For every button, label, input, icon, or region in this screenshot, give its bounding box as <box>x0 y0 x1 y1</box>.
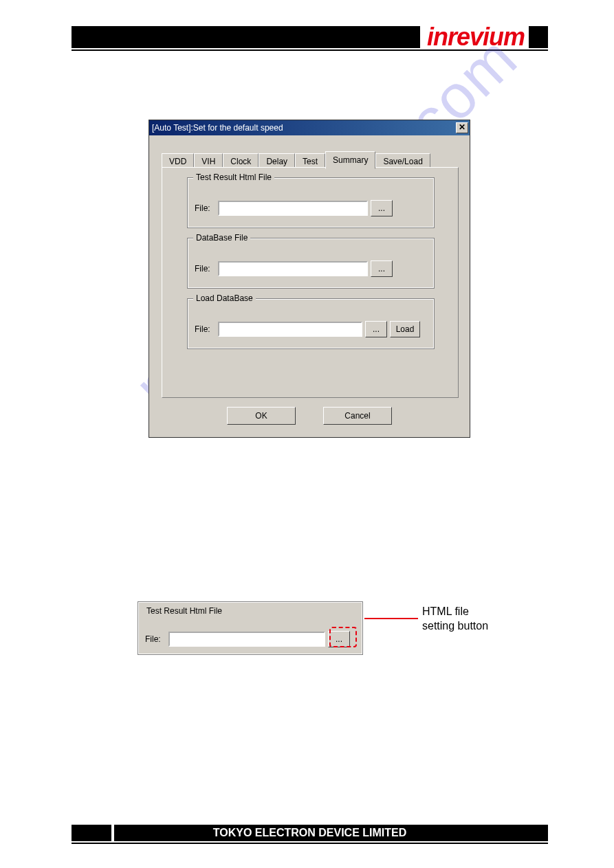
page-footer: TOKYO ELECTRON DEVICE LIMITED <box>72 825 548 841</box>
callout-browse-button[interactable]: ... <box>328 631 350 647</box>
html-file-input[interactable] <box>218 201 368 216</box>
load-db-browse-button[interactable]: ... <box>365 321 387 337</box>
header-underline <box>72 49 548 51</box>
page-header: inrevium <box>72 26 548 48</box>
file-label: File: <box>195 203 215 213</box>
group-legend: Test Result Html File <box>144 606 225 616</box>
ok-button[interactable]: OK <box>227 407 296 425</box>
callout-leader-line <box>364 618 418 619</box>
tab-panel-summary: Test Result Html File File: ... DataBase… <box>162 167 459 398</box>
tab-vih[interactable]: VIH <box>194 153 223 168</box>
footer-underline <box>72 843 548 844</box>
group-legend: Test Result Html File <box>193 173 274 182</box>
dialog-button-row: OK Cancel <box>149 407 470 425</box>
file-row: File: ... <box>195 260 393 277</box>
db-file-browse-button[interactable]: ... <box>371 260 393 277</box>
load-db-file-input[interactable] <box>218 322 362 337</box>
group-legend: Load DataBase <box>193 293 256 303</box>
html-file-browse-button[interactable]: ... <box>371 200 393 216</box>
tab-summary[interactable]: Summary <box>325 151 375 169</box>
group-load-database: Load DataBase File: ... Load <box>187 298 435 349</box>
callout-annotation: HTML filesetting button <box>422 605 488 634</box>
file-row: File: ... <box>145 631 350 647</box>
group-legend: DataBase File <box>193 233 250 243</box>
cancel-button[interactable]: Cancel <box>323 407 392 425</box>
tab-delay[interactable]: Delay <box>259 153 295 168</box>
file-row: File: ... Load <box>195 321 420 337</box>
group-test-result-html: Test Result Html File File: ... <box>187 177 435 228</box>
tab-vdd[interactable]: VDD <box>162 153 194 168</box>
group-database-file: DataBase File File: ... <box>187 238 435 289</box>
tab-strip: VDD VIH Clock Delay Test Summary Save/Lo… <box>162 151 459 168</box>
file-label: File: <box>195 264 215 274</box>
tab-clock[interactable]: Clock <box>223 153 259 168</box>
dialog-title: [Auto Test]:Set for the default speed <box>152 123 456 133</box>
header-black-bar <box>72 26 420 48</box>
brand-logo: inrevium <box>420 26 529 48</box>
tab-test[interactable]: Test <box>295 153 325 168</box>
file-label: File: <box>195 324 215 334</box>
load-button[interactable]: Load <box>390 321 420 337</box>
file-row: File: ... <box>195 200 393 216</box>
auto-test-dialog: [Auto Test]:Set for the default speed ✕ … <box>149 120 470 438</box>
callout-panel: Test Result Html File File: ... <box>138 601 363 655</box>
close-button[interactable]: ✕ <box>456 122 468 133</box>
file-label: File: <box>145 634 166 644</box>
dialog-titlebar: [Auto Test]:Set for the default speed ✕ <box>149 120 470 135</box>
db-file-input[interactable] <box>218 261 368 276</box>
header-black-bar-right <box>529 26 548 48</box>
callout-file-input[interactable] <box>168 632 325 647</box>
tab-saveload[interactable]: Save/Load <box>375 153 430 168</box>
footer-company: TOKYO ELECTRON DEVICE LIMITED <box>213 827 407 838</box>
